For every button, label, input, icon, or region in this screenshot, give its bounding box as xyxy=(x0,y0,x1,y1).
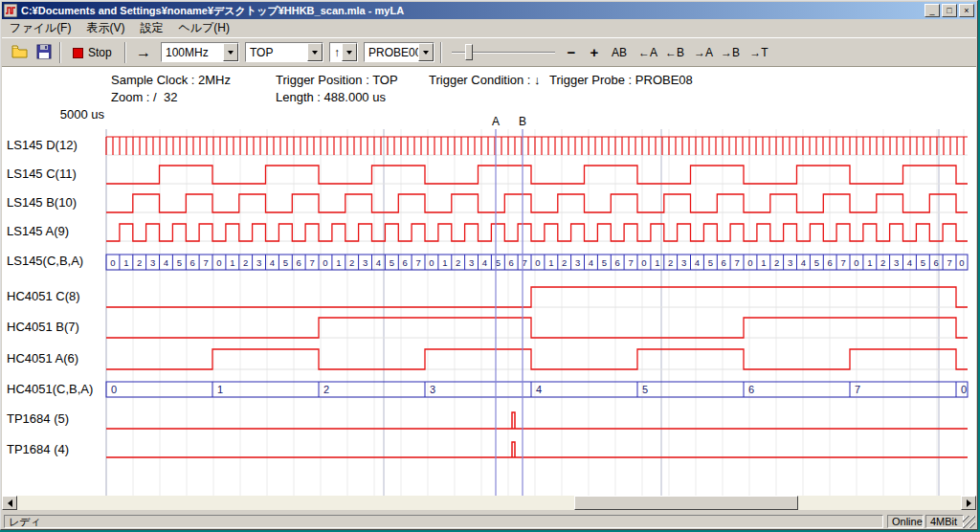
svg-text:2: 2 xyxy=(137,257,142,268)
svg-text:0: 0 xyxy=(747,257,752,268)
svg-text:5: 5 xyxy=(921,257,925,268)
svg-text:2: 2 xyxy=(668,257,673,268)
svg-text:7: 7 xyxy=(734,257,739,268)
svg-text:0: 0 xyxy=(216,257,221,268)
svg-text:6: 6 xyxy=(509,257,514,268)
channel-label: LS145 B(10) xyxy=(7,195,77,210)
svg-text:6: 6 xyxy=(748,384,754,395)
svg-text:4: 4 xyxy=(376,257,381,268)
app-window: C:¥Documents and Settings¥noname¥デスクトップ¥… xyxy=(0,0,978,530)
svg-text:7: 7 xyxy=(203,257,208,268)
svg-text:5: 5 xyxy=(390,257,394,268)
cursor-label[interactable]: B xyxy=(515,115,530,128)
channel-label: LS145 C(11) xyxy=(7,166,77,181)
svg-text:0: 0 xyxy=(961,384,967,395)
svg-text:0: 0 xyxy=(111,384,117,395)
channel-label: HC4051 A(6) xyxy=(7,351,78,366)
channel-label: LS145 A(9) xyxy=(7,224,69,238)
svg-text:3: 3 xyxy=(575,257,580,268)
svg-text:5: 5 xyxy=(283,257,288,268)
channel-label: LS145 D(12) xyxy=(7,138,78,152)
statusbar: レディ Online 4MBit xyxy=(2,514,976,529)
svg-text:3: 3 xyxy=(256,257,261,268)
svg-text:7: 7 xyxy=(628,257,633,268)
svg-text:2: 2 xyxy=(323,384,329,395)
svg-text:2: 2 xyxy=(880,257,885,268)
svg-text:7: 7 xyxy=(840,257,845,268)
svg-text:5: 5 xyxy=(642,384,648,395)
svg-text:3: 3 xyxy=(788,257,792,268)
svg-text:0: 0 xyxy=(323,257,327,268)
svg-text:3: 3 xyxy=(150,257,155,268)
scroll-left-button[interactable] xyxy=(2,496,17,510)
svg-text:1: 1 xyxy=(548,257,553,268)
svg-text:2: 2 xyxy=(349,257,354,268)
channel-label: TP1684 (5) xyxy=(7,411,69,426)
svg-text:7: 7 xyxy=(855,384,860,395)
svg-text:4: 4 xyxy=(907,257,912,268)
svg-text:6: 6 xyxy=(403,257,408,268)
svg-text:3: 3 xyxy=(681,257,686,268)
arrow-right-icon xyxy=(967,499,975,507)
svg-text:3: 3 xyxy=(430,384,435,395)
svg-text:7: 7 xyxy=(415,257,420,268)
status-message: レディ xyxy=(4,515,883,528)
svg-text:0: 0 xyxy=(854,257,858,268)
svg-text:4: 4 xyxy=(801,257,806,268)
svg-text:1: 1 xyxy=(655,257,659,268)
waveform-plot[interactable]: 0123456701234567012345670123456701234567… xyxy=(1,1,977,529)
channel-label: HC4051 B(7) xyxy=(7,320,79,334)
online-status: Online xyxy=(887,515,924,528)
svg-text:6: 6 xyxy=(190,257,195,268)
svg-text:7: 7 xyxy=(947,257,951,268)
memory-status: 4MBit xyxy=(925,515,964,528)
svg-text:0: 0 xyxy=(641,257,646,268)
svg-text:0: 0 xyxy=(110,257,115,268)
channel-label: LS145(C,B,A) xyxy=(7,254,83,268)
svg-text:3: 3 xyxy=(469,257,474,268)
svg-text:4: 4 xyxy=(482,257,487,268)
svg-text:5: 5 xyxy=(602,257,607,268)
svg-text:6: 6 xyxy=(828,257,833,268)
svg-text:3: 3 xyxy=(894,257,899,268)
svg-text:3: 3 xyxy=(363,257,368,268)
svg-text:0: 0 xyxy=(959,257,964,268)
svg-text:4: 4 xyxy=(589,257,593,268)
svg-text:6: 6 xyxy=(934,257,939,268)
channel-label: TP1684 (4) xyxy=(7,442,69,456)
svg-text:1: 1 xyxy=(123,257,128,268)
svg-text:4: 4 xyxy=(695,257,700,268)
svg-text:0: 0 xyxy=(429,257,434,268)
svg-text:5: 5 xyxy=(708,257,713,268)
svg-text:1: 1 xyxy=(230,257,234,268)
svg-text:7: 7 xyxy=(309,257,314,268)
svg-text:2: 2 xyxy=(456,257,460,268)
svg-text:1: 1 xyxy=(761,257,766,268)
svg-text:2: 2 xyxy=(774,257,779,268)
svg-text:1: 1 xyxy=(217,384,223,395)
resize-grip-icon[interactable] xyxy=(963,516,975,528)
svg-text:2: 2 xyxy=(243,257,248,268)
svg-text:4: 4 xyxy=(536,384,542,395)
svg-text:1: 1 xyxy=(442,257,447,268)
svg-text:6: 6 xyxy=(615,257,620,268)
svg-text:4: 4 xyxy=(164,257,168,268)
svg-text:1: 1 xyxy=(867,257,872,268)
svg-text:0: 0 xyxy=(535,257,540,268)
channel-label: HC4051(C,B,A) xyxy=(7,382,93,396)
svg-text:4: 4 xyxy=(270,257,275,268)
channel-label: HC4051 C(8) xyxy=(7,289,80,303)
svg-text:5: 5 xyxy=(177,257,182,268)
cursor-label[interactable]: A xyxy=(488,115,503,128)
svg-text:6: 6 xyxy=(297,257,301,268)
svg-text:1: 1 xyxy=(336,257,341,268)
arrow-left-icon xyxy=(4,499,12,507)
svg-text:5: 5 xyxy=(814,257,819,268)
svg-text:2: 2 xyxy=(562,257,567,268)
scroll-right-button[interactable] xyxy=(961,496,976,510)
scrollbar-thumb[interactable] xyxy=(574,496,798,510)
horizontal-scrollbar[interactable] xyxy=(2,496,976,510)
svg-text:6: 6 xyxy=(722,257,726,268)
